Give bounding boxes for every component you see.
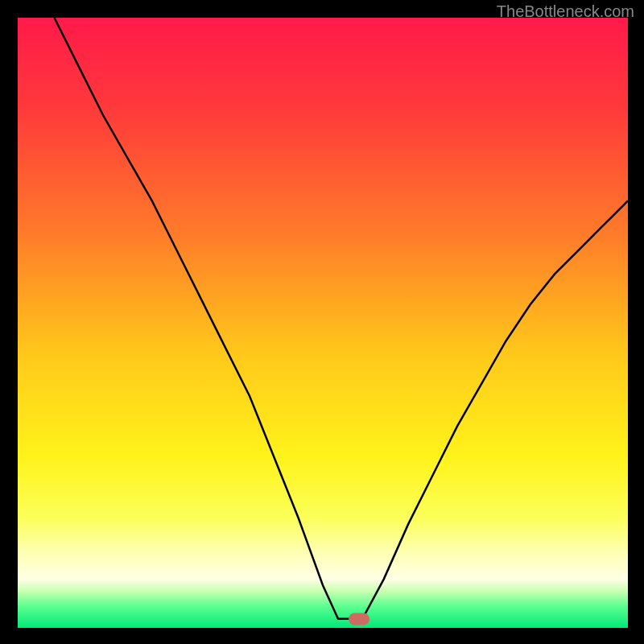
curve-layer (18, 18, 628, 628)
chart-container: TheBottleneck.com (0, 0, 644, 644)
optimal-marker (349, 613, 369, 625)
bottleneck-curve (54, 18, 628, 619)
watermark-text: TheBottleneck.com (497, 2, 634, 21)
plot-area (18, 18, 628, 628)
